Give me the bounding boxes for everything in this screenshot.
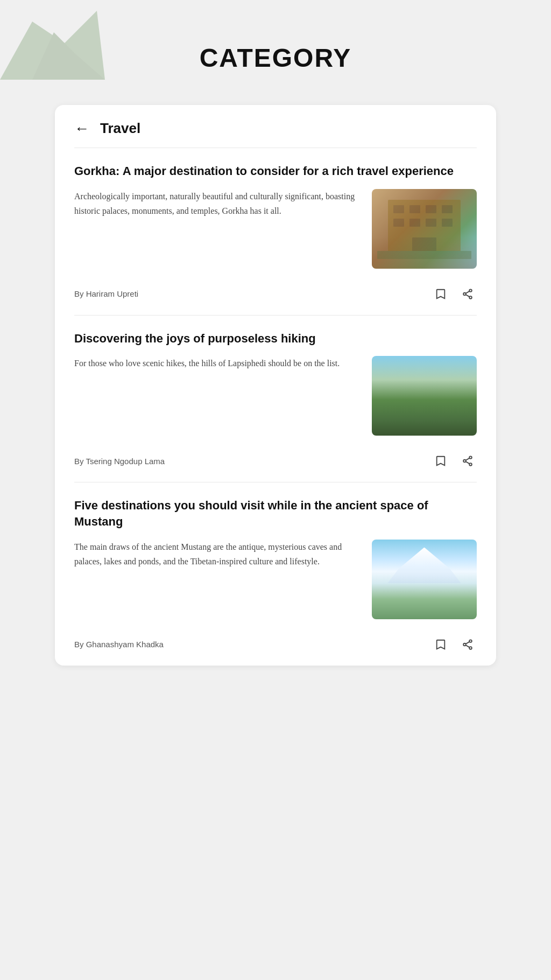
article-image: [372, 356, 477, 436]
article-footer: By Ghanashyam Khadka: [74, 628, 477, 666]
article-author: By Tsering Ngodup Lama: [74, 457, 165, 466]
svg-rect-9: [412, 237, 436, 254]
share-icon: [462, 288, 474, 300]
svg-point-25: [469, 647, 472, 649]
svg-line-15: [466, 295, 470, 297]
article-image: [372, 189, 477, 269]
svg-rect-1: [393, 205, 404, 213]
article-excerpt: Archeologically important, naturally bea…: [74, 189, 361, 218]
bookmark-icon: [435, 455, 447, 467]
share-icon: [462, 455, 474, 467]
category-card: ← Travel Gorkha: A major destination to …: [55, 105, 496, 666]
svg-point-23: [469, 640, 472, 642]
share-icon: [462, 639, 474, 650]
article-footer: By Hariram Upreti: [74, 277, 477, 315]
article-excerpt: The main draws of the ancient Mustang ar…: [74, 540, 361, 569]
article-author: By Ghanashyam Khadka: [74, 640, 164, 649]
svg-point-12: [463, 292, 466, 295]
article-title[interactable]: Gorkha: A major destination to consider …: [74, 163, 477, 179]
article-actions: [432, 285, 477, 303]
svg-line-21: [466, 458, 470, 460]
svg-rect-3: [426, 205, 436, 213]
bookmark-icon: [435, 639, 447, 650]
bookmark-button[interactable]: [432, 285, 450, 303]
article-actions: [432, 452, 477, 470]
bookmark-button[interactable]: [432, 452, 450, 470]
svg-rect-2: [409, 205, 420, 213]
svg-rect-7: [426, 219, 436, 227]
bookmark-button[interactable]: [432, 635, 450, 654]
svg-line-22: [466, 462, 470, 464]
bookmark-icon: [435, 288, 447, 300]
article-item: Five destinations you should visit while…: [74, 482, 477, 665]
article-image: [372, 540, 477, 619]
article-actions: [432, 635, 477, 654]
article-title[interactable]: Discovering the joys of purposeless hiki…: [74, 331, 477, 347]
svg-point-18: [469, 457, 472, 459]
svg-point-13: [469, 296, 472, 299]
share-button[interactable]: [458, 285, 477, 303]
svg-line-27: [466, 645, 470, 647]
svg-line-26: [466, 642, 470, 644]
svg-rect-5: [393, 219, 404, 227]
svg-rect-6: [409, 219, 420, 227]
article-body: The main draws of the ancient Mustang ar…: [74, 540, 477, 619]
article-body: For those who love scenic hikes, the hil…: [74, 356, 477, 436]
article-title[interactable]: Five destinations you should visit while…: [74, 498, 477, 529]
svg-rect-10: [377, 251, 471, 259]
svg-point-11: [469, 289, 472, 292]
article-author: By Hariram Upreti: [74, 289, 138, 298]
article-item: Gorkha: A major destination to consider …: [74, 148, 477, 316]
svg-point-19: [463, 460, 466, 463]
article-footer: By Tsering Ngodup Lama: [74, 444, 477, 482]
article-item: Discovering the joys of purposeless hiki…: [74, 316, 477, 483]
svg-point-20: [469, 464, 472, 466]
article-excerpt: For those who love scenic hikes, the hil…: [74, 356, 361, 370]
back-button[interactable]: ←: [74, 121, 89, 136]
article-body: Archeologically important, naturally bea…: [74, 189, 477, 269]
category-title: Travel: [100, 120, 140, 137]
svg-point-24: [463, 643, 466, 646]
page-title: CATEGORY: [200, 43, 352, 73]
card-header: ← Travel: [74, 120, 477, 148]
svg-rect-4: [442, 205, 453, 213]
share-button[interactable]: [458, 635, 477, 654]
svg-rect-8: [442, 219, 453, 227]
svg-line-14: [466, 291, 470, 293]
share-button[interactable]: [458, 452, 477, 470]
